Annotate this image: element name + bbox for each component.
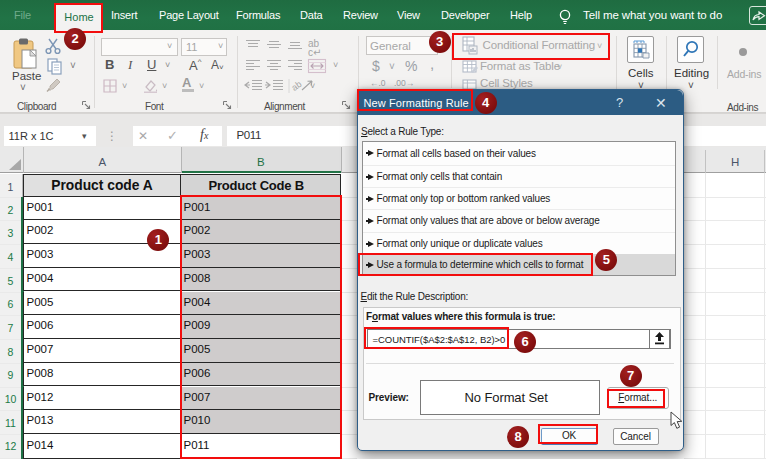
svg-text:c↵: c↵ — [308, 47, 321, 58]
svg-text:ab: ab — [290, 79, 304, 93]
